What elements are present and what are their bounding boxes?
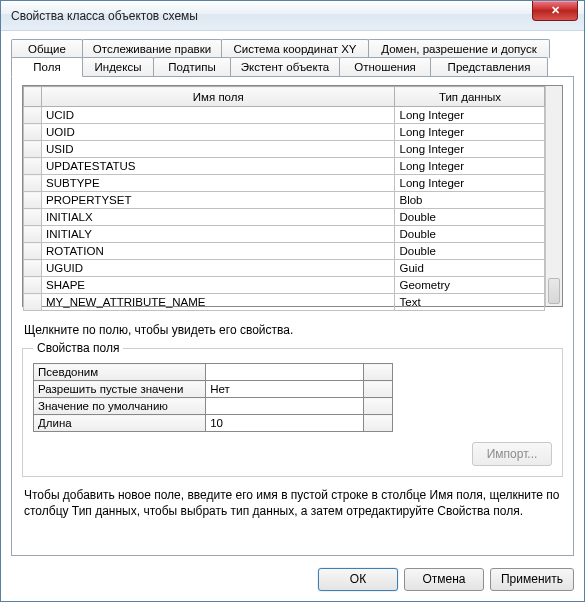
table-row[interactable]: MY_NEW_ATTRIBUTE_NAMEText	[24, 294, 545, 311]
field-type-cell[interactable]: Long Integer	[395, 141, 545, 158]
tab-1-row2[interactable]: Индексы	[82, 57, 154, 76]
table-row[interactable]: SHAPEGeometry	[24, 277, 545, 294]
property-value[interactable]	[206, 364, 363, 381]
property-label: Разрешить пустые значени	[34, 381, 206, 398]
apply-button[interactable]: Применить	[490, 568, 574, 591]
table-row[interactable]: UGUIDGuid	[24, 260, 545, 277]
tab-2-row2[interactable]: Подтипы	[153, 57, 231, 76]
fields-header-row: Имя поля Тип данных	[24, 87, 545, 107]
table-row[interactable]: INITIALXDouble	[24, 209, 545, 226]
row-header[interactable]	[24, 277, 42, 294]
property-label: Длина	[34, 415, 206, 432]
property-extra[interactable]	[363, 398, 392, 415]
row-header[interactable]	[24, 192, 42, 209]
import-button: Импорт...	[472, 442, 552, 466]
footer-help-text: Чтобы добавить новое поле, введите его и…	[24, 487, 561, 519]
tab-0-row2[interactable]: Поля	[11, 57, 83, 77]
property-value[interactable]: 10	[206, 415, 363, 432]
field-type-cell[interactable]: Blob	[395, 192, 545, 209]
field-name-cell[interactable]: UOID	[42, 124, 395, 141]
cancel-button[interactable]: Отмена	[404, 568, 484, 591]
tab-5-row2[interactable]: Представления	[430, 57, 548, 76]
col-header-type[interactable]: Тип данных	[395, 87, 545, 107]
table-row[interactable]: UCIDLong Integer	[24, 107, 545, 124]
field-name-cell[interactable]: USID	[42, 141, 395, 158]
field-name-cell[interactable]: UPDATESTATUS	[42, 158, 395, 175]
property-row[interactable]: Значение по умолчанию	[34, 398, 393, 415]
property-value[interactable]: Нет	[206, 381, 363, 398]
table-row[interactable]: SUBTYPELong Integer	[24, 175, 545, 192]
field-name-cell[interactable]: INITIALX	[42, 209, 395, 226]
field-type-cell[interactable]: Long Integer	[395, 158, 545, 175]
scrollbar-thumb[interactable]	[548, 278, 560, 304]
fields-table-wrap: Имя поля Тип данных UCIDLong IntegerUOID…	[22, 85, 563, 307]
row-header[interactable]	[24, 243, 42, 260]
property-value[interactable]	[206, 398, 363, 415]
property-label: Значение по умолчанию	[34, 398, 206, 415]
field-type-cell[interactable]: Long Integer	[395, 107, 545, 124]
tab-4-row2[interactable]: Отношения	[339, 57, 431, 76]
property-extra[interactable]	[363, 381, 392, 398]
row-header[interactable]	[24, 226, 42, 243]
field-properties-legend: Свойства поля	[33, 341, 123, 355]
tab-panel-fields: Имя поля Тип данных UCIDLong IntegerUOID…	[11, 76, 574, 556]
row-header[interactable]	[24, 141, 42, 158]
tabs-row-lower: ПоляИндексыПодтипыЭкстент объектаОтношен…	[11, 57, 574, 76]
property-row[interactable]: Псевдоним	[34, 364, 393, 381]
row-header[interactable]	[24, 158, 42, 175]
field-name-cell[interactable]: SHAPE	[42, 277, 395, 294]
close-button[interactable]: ✕	[532, 1, 578, 21]
field-type-cell[interactable]: Text	[395, 294, 545, 311]
field-name-cell[interactable]: PROPERTYSET	[42, 192, 395, 209]
field-name-cell[interactable]: MY_NEW_ATTRIBUTE_NAME	[42, 294, 395, 311]
property-row[interactable]: Разрешить пустые значениНет	[34, 381, 393, 398]
field-name-cell[interactable]: ROTATION	[42, 243, 395, 260]
field-type-cell[interactable]: Double	[395, 209, 545, 226]
field-type-cell[interactable]: Double	[395, 226, 545, 243]
row-header[interactable]	[24, 107, 42, 124]
field-type-cell[interactable]: Double	[395, 243, 545, 260]
row-header[interactable]	[24, 209, 42, 226]
field-properties-group: Свойства поля ПсевдонимРазрешить пустые …	[22, 341, 563, 477]
table-row[interactable]: ROTATIONDouble	[24, 243, 545, 260]
tab-3-row1[interactable]: Домен, разрешение и допуск	[368, 39, 550, 58]
table-row[interactable]: INITIALYDouble	[24, 226, 545, 243]
field-name-cell[interactable]: UCID	[42, 107, 395, 124]
tab-2-row1[interactable]: Система координат XY	[221, 39, 369, 58]
dialog-window: Свойства класса объектов схемы ✕ ОбщиеОт…	[0, 0, 585, 602]
row-header-corner	[24, 87, 42, 107]
field-name-cell[interactable]: UGUID	[42, 260, 395, 277]
row-header[interactable]	[24, 124, 42, 141]
field-type-cell[interactable]: Guid	[395, 260, 545, 277]
properties-table[interactable]: ПсевдонимРазрешить пустые значениНетЗнач…	[33, 363, 393, 432]
field-name-cell[interactable]: SUBTYPE	[42, 175, 395, 192]
fields-table[interactable]: Имя поля Тип данных UCIDLong IntegerUOID…	[23, 86, 545, 311]
tab-3-row2[interactable]: Экстент объекта	[230, 57, 340, 76]
ok-button[interactable]: ОК	[318, 568, 398, 591]
titlebar: Свойства класса объектов схемы ✕	[1, 1, 584, 31]
field-type-cell[interactable]: Geometry	[395, 277, 545, 294]
row-header[interactable]	[24, 175, 42, 192]
field-type-cell[interactable]: Long Integer	[395, 175, 545, 192]
dialog-button-bar: ОК Отмена Применить	[1, 560, 584, 601]
tab-0-row1[interactable]: Общие	[11, 39, 83, 58]
col-header-name[interactable]: Имя поля	[42, 87, 395, 107]
table-row[interactable]: UOIDLong Integer	[24, 124, 545, 141]
property-row[interactable]: Длина10	[34, 415, 393, 432]
table-row[interactable]: PROPERTYSETBlob	[24, 192, 545, 209]
row-header[interactable]	[24, 294, 42, 311]
table-row[interactable]: UPDATESTATUSLong Integer	[24, 158, 545, 175]
tabs-row-upper: ОбщиеОтслеживание правкиСистема координа…	[11, 39, 574, 58]
property-extra[interactable]	[363, 364, 392, 381]
field-type-cell[interactable]: Long Integer	[395, 124, 545, 141]
content-area: ОбщиеОтслеживание правкиСистема координа…	[1, 31, 584, 560]
property-extra[interactable]	[363, 415, 392, 432]
tab-1-row1[interactable]: Отслеживание правки	[82, 39, 222, 58]
close-icon: ✕	[551, 4, 560, 17]
hint-text: Щелкните по полю, чтобы увидеть его свой…	[24, 323, 563, 337]
vertical-scrollbar[interactable]	[545, 86, 562, 306]
property-label: Псевдоним	[34, 364, 206, 381]
field-name-cell[interactable]: INITIALY	[42, 226, 395, 243]
table-row[interactable]: USIDLong Integer	[24, 141, 545, 158]
row-header[interactable]	[24, 260, 42, 277]
